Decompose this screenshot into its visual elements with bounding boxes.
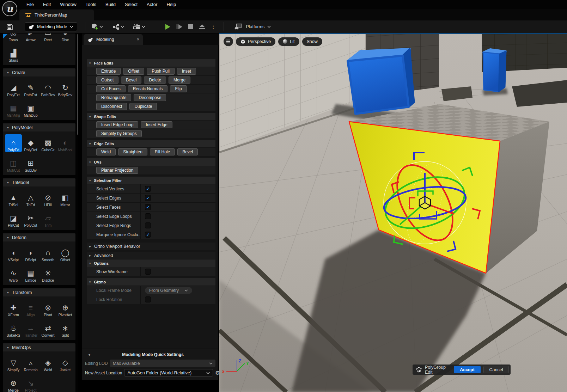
add-actor-button[interactable] xyxy=(89,22,105,32)
cancel-button[interactable]: Cancel xyxy=(483,366,509,373)
tool-rect[interactable]: ▭Rect xyxy=(39,33,56,42)
section-header-gizmo[interactable]: ▾Gizmo xyxy=(87,278,215,286)
section-header-create[interactable]: ▾Create xyxy=(3,68,75,76)
section-collapsed-ortho-viewport-behavior[interactable]: ▸Ortho Viewport Behavior xyxy=(87,243,215,250)
tool-merge[interactable]: ⊛Merge xyxy=(5,375,22,392)
section-header-uvs[interactable]: ▾UVs xyxy=(87,158,215,166)
bevel-button[interactable]: Bevel xyxy=(177,148,198,155)
checkbox[interactable] xyxy=(145,296,151,302)
fill-hole-button[interactable]: Fill Hole xyxy=(150,148,175,155)
skip-icon[interactable] xyxy=(176,24,183,30)
tool-pathext[interactable]: ✎PathExt xyxy=(22,79,39,97)
cut-faces-button[interactable]: Cut Faces xyxy=(96,85,126,92)
section-header-face-edits[interactable]: ▾Face Edits xyxy=(87,59,215,67)
tool-polycut[interactable]: ✂PolyCut xyxy=(22,210,39,227)
checkbox[interactable] xyxy=(145,269,151,275)
tool-disc[interactable]: ●Disc xyxy=(57,33,74,42)
tool-simplfy[interactable]: ▽Simplfy xyxy=(5,354,22,372)
section-header-deform[interactable]: ▾Deform xyxy=(3,233,75,241)
menu-window[interactable]: Window xyxy=(56,1,80,8)
cinematics-button[interactable] xyxy=(130,22,147,32)
tool-pivot[interactable]: ⊚Pivot xyxy=(39,299,56,317)
delete-button[interactable]: Delete xyxy=(144,76,166,84)
unreal-logo-icon[interactable]: u xyxy=(2,1,17,16)
editing-lod-dropdown[interactable]: Max Available xyxy=(110,360,215,367)
tool-weld[interactable]: ◈Weld xyxy=(39,354,56,372)
tool-offset[interactable]: ◯Offset xyxy=(57,244,74,262)
retriangulate-button[interactable]: Retriangulate xyxy=(96,94,131,101)
tool-polyed[interactable]: ⌂PolyEd xyxy=(5,134,22,152)
weld-button[interactable]: Weld xyxy=(96,148,116,155)
play-icon[interactable] xyxy=(164,23,171,30)
level-tab[interactable]: ThirdPersonMap xyxy=(19,10,94,20)
menu-build[interactable]: Build xyxy=(102,1,120,8)
checkbox[interactable]: ✓ xyxy=(145,204,151,210)
section-collapsed-advanced[interactable]: ▸Advanced xyxy=(87,252,215,259)
kebab-icon[interactable]: ⋮ xyxy=(211,24,216,30)
tool-jacket[interactable]: ◇Jacket xyxy=(57,354,74,372)
section-header-polymodel[interactable]: ▾PolyModel xyxy=(3,123,75,131)
flip-button[interactable]: Flip xyxy=(170,85,187,92)
checkbox[interactable] xyxy=(145,213,151,219)
tool-hfill[interactable]: ⊘HFill xyxy=(39,189,56,207)
tool-remesh[interactable]: ▵Remesh xyxy=(22,354,39,372)
menu-edit[interactable]: Edit xyxy=(39,1,55,8)
show-dropdown[interactable]: Show xyxy=(302,37,322,46)
decompose-button[interactable]: Decompose xyxy=(134,94,166,101)
tool-bdryrev[interactable]: ↻BdryRev xyxy=(57,79,74,97)
tool-lattice[interactable]: ▤Lattice xyxy=(22,265,39,282)
menu-actor[interactable]: Actor xyxy=(143,1,161,8)
tool-split[interactable]: ∗Split xyxy=(57,320,74,337)
gizmo-center-cube-icon[interactable] xyxy=(419,196,431,209)
tool-displce[interactable]: ✳Displce xyxy=(39,265,56,282)
checkbox[interactable]: ✓ xyxy=(145,232,151,238)
menu-help[interactable]: Help xyxy=(163,1,180,8)
planar-projection-button[interactable]: Planar Projection xyxy=(96,167,138,174)
tool-bakers[interactable]: ♨BakeRS xyxy=(5,320,22,337)
tool-dsclpt[interactable]: ◗DSclpt xyxy=(22,244,39,262)
tool-vsclpt[interactable]: ◖VSclpt xyxy=(5,244,22,262)
merge-button[interactable]: Merge xyxy=(169,76,190,84)
disconnect-button[interactable]: Disconnect xyxy=(96,103,127,110)
insert-edge-button[interactable]: Insert Edge xyxy=(141,121,172,128)
blue-cube-far[interactable] xyxy=(482,49,508,96)
tool-warp[interactable]: ∿Warp xyxy=(5,265,22,282)
checkbox[interactable]: ✓ xyxy=(145,186,151,192)
save-button[interactable] xyxy=(4,22,15,32)
palette-scrollbar[interactable] xyxy=(77,34,78,135)
perspective-dropdown[interactable]: Perspective xyxy=(236,37,275,46)
simplify-by-groups-button[interactable]: Simplify by Groups xyxy=(96,130,142,137)
menu-select[interactable]: Select xyxy=(121,1,141,8)
tab-modeling[interactable]: Modeling × xyxy=(84,34,143,45)
tool-torus[interactable]: ◎Torus xyxy=(5,33,22,42)
recalc-normals-button[interactable]: Recalc Normals xyxy=(128,85,168,92)
checkbox[interactable]: ✓ xyxy=(145,195,151,201)
viewport-menu-button[interactable] xyxy=(224,37,233,46)
viewport[interactable]: x Z Y Perspective xyxy=(219,33,567,392)
tool-polydef[interactable]: ◆PolyDef xyxy=(22,134,39,152)
tool-subdiv[interactable]: ⊞SubDiv xyxy=(22,155,39,172)
tool-trisel[interactable]: ▲TriSel xyxy=(5,189,22,207)
checkbox[interactable] xyxy=(145,222,151,228)
blueprints-button[interactable] xyxy=(110,22,126,32)
duplicate-button[interactable]: Duplicate xyxy=(129,103,157,110)
tool-xform[interactable]: ✚XForm xyxy=(5,299,22,317)
offset-button[interactable]: Offset xyxy=(123,68,144,75)
insert-edge-loop-button[interactable]: Insert Edge Loop xyxy=(96,121,138,128)
menu-file[interactable]: File xyxy=(23,1,38,8)
section-header-selection-filter[interactable]: ▾Selection Filter xyxy=(87,177,215,184)
tool-pivotact[interactable]: ⊕PivotAct xyxy=(57,299,74,317)
section-header-meshops[interactable]: ▾MeshOps xyxy=(3,343,75,351)
mode-selector-dropdown[interactable]: Modeling Mode xyxy=(25,22,77,31)
tool-cubegr[interactable]: ▩CubeGr xyxy=(39,134,56,152)
section-header-transform[interactable]: ▾Transform xyxy=(3,288,75,296)
outset-button[interactable]: Outset xyxy=(96,76,118,84)
straighten-button[interactable]: Straighten xyxy=(118,148,147,155)
platforms-button[interactable]: Platforms xyxy=(232,22,273,32)
tool-mirror[interactable]: ◧Mirror xyxy=(57,189,74,207)
tool-arrow[interactable]: ►Arrow xyxy=(22,33,39,42)
section-header-shape-edits[interactable]: ▾Shape Edits xyxy=(87,113,215,120)
tool-convert[interactable]: ⇄Convert xyxy=(39,320,56,337)
tool-pathrev[interactable]: ◠PathRev xyxy=(39,79,56,97)
section-header-trimodel[interactable]: ▾TriModel xyxy=(3,178,75,186)
